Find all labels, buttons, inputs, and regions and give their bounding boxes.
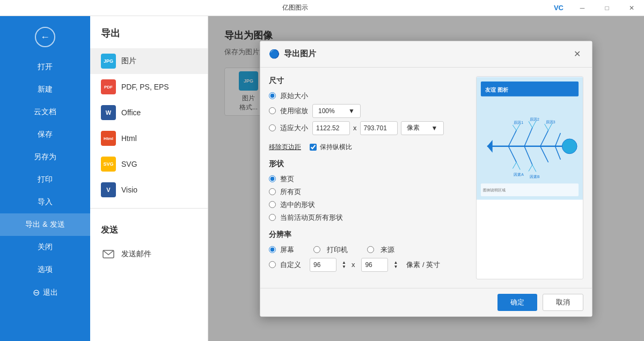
sidebar-label-quit: 退出 [43,288,58,298]
cancel-button[interactable]: 取消 [543,294,583,311]
mid-item-pdf[interactable]: PDF PDF, PS, EPS [90,74,208,100]
shape-radio-wholepage[interactable] [269,175,276,182]
dpi-y-stepper[interactable]: ▲ ▼ [393,261,398,269]
mid-item-office[interactable]: W Office [90,100,208,125]
sidebar-item-cloud[interactable]: 云文档 [0,101,90,123]
dpi-y-input[interactable] [361,258,388,272]
sidebar: ← 打开 新建 云文档 保存 另存为 打印 导入 导出 & 发送 关闭 [0,16,90,341]
sidebar-item-print[interactable]: 打印 [0,168,90,191]
unit-dropdown[interactable]: 像素 ▼ [401,121,444,135]
svg-text:因素B: 因素B [530,175,540,179]
mid-panel: 导出 JPG 图片 PDF PDF, PS, EPS W Office Html… [90,16,208,341]
sidebar-item-export[interactable]: 导出 & 发送 [0,213,90,236]
remove-margin-button[interactable]: 移除页边距 [269,143,301,152]
resolution-label-screen: 屏幕 [280,245,294,255]
modal-body: 尺寸 原始大小 使用缩放 100% ▼ [260,68,592,288]
sidebar-item-save[interactable]: 保存 [0,123,90,146]
shape-radio-allpages[interactable] [269,188,276,195]
mid-item-html[interactable]: Html Html [90,125,208,151]
dpi-x-input[interactable] [310,258,336,272]
modal-title: 🔵 导出图片 [269,49,316,59]
shape-radio-currentpage[interactable] [269,214,276,221]
sidebar-item-saveas[interactable]: 另存为 [0,146,90,168]
visio-icon: V [101,182,116,197]
email-icon [101,247,116,262]
svg-text:因素A: 因素A [514,173,524,176]
mid-item-image[interactable]: JPG 图片 [90,48,208,74]
resolution-label-source: 来源 [380,245,394,255]
mid-label-image: 图片 [121,56,136,66]
content-area: 导出为图像 保存为图片文件，比如BMP, JPEG, PNG, GIF格式。 J… [208,16,644,341]
shape-radio-selected[interactable] [269,201,276,208]
mid-item-visio[interactable]: V Visio [90,177,208,203]
resolution-radio-screen[interactable] [269,246,276,253]
svg-text:原因2: 原因2 [530,117,539,121]
sidebar-item-open[interactable]: 打开 [0,56,90,78]
resolution-row1: 屏幕 打印机 来源 [269,245,467,255]
mid-item-svg[interactable]: SVG SVG [90,151,208,177]
minimize-button[interactable]: ─ [570,0,595,16]
modal-preview-panel: 友谊 图析 [476,76,583,279]
divider [90,208,208,209]
sidebar-item-quit[interactable]: ⊖ 退出 [0,281,90,304]
svg-text:图例说明区域: 图例说明区域 [483,188,506,192]
scale-dropdown[interactable]: 100% ▼ [312,104,361,118]
pdf-icon: PDF [101,79,116,94]
shape-option-allpages: 所有页 [269,187,467,197]
keep-ratio-label: 保持纵横比 [320,143,352,152]
modal-title-text: 导出图片 [284,49,316,59]
mid-label-html: Html [121,134,137,143]
close-button[interactable]: ✕ [619,0,644,16]
back-icon: ← [40,32,50,43]
user-label: VC [547,4,570,12]
shape-section-label: 形状 [269,159,467,169]
svg-text:原因3: 原因3 [546,120,555,124]
mid-label-svg: SVG [121,160,137,168]
quit-icon: ⊖ [33,287,40,298]
modal-close-button[interactable]: ✕ [570,48,583,61]
dpi-separator: x [352,261,355,269]
jpg-icon: JPG [101,54,116,69]
sidebar-item-options[interactable]: 选项 [0,258,90,281]
shape-option-selected: 选中的形状 [269,200,467,210]
modal-preview-image: 友谊 图析 [477,77,583,200]
unit-arrow: ▼ [431,124,438,132]
shape-radio-group: 整页 所有页 选中的形状 [269,174,467,223]
modal-footer: 确定 取消 [260,288,592,316]
width-input[interactable] [312,121,350,135]
sidebar-label-save: 保存 [38,130,53,138]
height-input[interactable] [360,121,398,135]
margin-ratio-row: 移除页边距 保持纵横比 [269,143,467,152]
resolution-radio-printer[interactable] [313,246,320,253]
dpi-x-stepper[interactable]: ▲ ▼ [342,261,346,269]
x-separator: x [353,124,357,132]
resolution-custom-label: 自定义 [280,260,301,270]
back-button[interactable]: ← [35,27,55,47]
window-controls: VC ─ □ ✕ [547,0,644,16]
resolution-radio-source[interactable] [367,246,374,253]
mid-item-email[interactable]: 发送邮件 [90,241,208,267]
sidebar-label-options: 选项 [38,265,53,273]
sidebar-item-import[interactable]: 导入 [0,191,90,213]
size-option-scale: 使用缩放 100% ▼ [269,104,467,118]
keep-ratio-checkbox[interactable] [310,144,317,151]
app-title: 亿图图示 [43,3,547,12]
keep-ratio-row: 保持纵横比 [310,143,352,152]
sidebar-item-new[interactable]: 新建 [0,78,90,101]
shape-label-currentpage: 当前活动页所有形状 [280,213,343,223]
svg-point-5 [562,138,577,153]
shape-label-allpages: 所有页 [280,187,301,197]
sidebar-item-close[interactable]: 关闭 [0,236,90,258]
resolution-radio-custom[interactable] [269,261,276,268]
size-radio-original[interactable] [269,92,276,99]
size-radio-scale[interactable] [269,107,276,114]
restore-button[interactable]: □ [595,0,619,16]
scale-value: 100% [318,107,335,115]
sidebar-label-new: 新建 [38,85,53,93]
size-radio-fit[interactable] [269,124,276,131]
confirm-button[interactable]: 确定 [497,294,537,311]
sidebar-label-open: 打开 [38,62,53,71]
mid-label-office: Office [121,108,141,117]
sidebar-label-import: 导入 [38,197,53,206]
sidebar-label-saveas: 另存为 [34,152,56,161]
